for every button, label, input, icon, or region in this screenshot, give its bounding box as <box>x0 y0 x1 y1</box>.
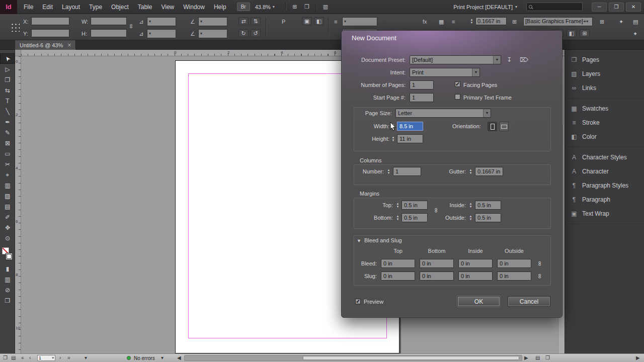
minimize-button[interactable]: ─ <box>592 3 607 12</box>
margin-top-stepper[interactable] <box>395 201 400 210</box>
h-input[interactable] <box>91 29 127 37</box>
object-style-dropdown[interactable]: [Basic Graphics Frame]+ <box>523 17 593 26</box>
primary-text-frame-checkbox[interactable] <box>455 94 460 100</box>
grid-options-icon[interactable]: ⊞ <box>600 19 604 25</box>
tool-apply-gradient[interactable]: ▥ <box>0 274 15 285</box>
margin-outside-stepper[interactable] <box>468 213 473 222</box>
stroke-color-chip[interactable] <box>6 253 13 260</box>
start-page-input[interactable]: 1 <box>410 93 434 102</box>
panel-item-pages[interactable]: ❐ Pages <box>565 53 644 67</box>
ok-button[interactable]: OK <box>457 296 500 307</box>
tool-free-transform[interactable]: ⌖ <box>0 169 15 180</box>
number-of-pages-input[interactable]: 1 <box>410 80 434 89</box>
tool-note[interactable]: ▤ <box>0 201 15 212</box>
height-stepper[interactable] <box>390 134 396 143</box>
panel-item-paragraph-styles[interactable]: ¶ Paragraph Styles <box>565 178 644 193</box>
workspace-switcher[interactable]: Print Project [DEFAULT] ▾ <box>453 4 517 10</box>
bleed-input[interactable]: 0 in <box>420 259 454 268</box>
scroll-left-button[interactable]: ◀ <box>177 355 181 360</box>
tool-pencil[interactable]: ✎ <box>0 127 15 138</box>
menu-item[interactable]: Help <box>209 0 231 14</box>
slug-link-icon[interactable]: ∞ <box>536 274 544 279</box>
menu-item[interactable]: Table <box>133 0 157 14</box>
scale-y-input[interactable] <box>147 29 176 38</box>
next-page-button[interactable]: › <box>59 355 61 360</box>
insert-grid-icon[interactable]: ⊞ <box>580 29 590 37</box>
scroll-right-button[interactable]: ▶ <box>524 355 528 360</box>
content-format-icon[interactable]: ◧ <box>567 29 577 37</box>
bleed-slug-collapse-icon[interactable]: ▼ <box>357 238 361 243</box>
bridge-button[interactable]: Br <box>237 3 250 11</box>
quick-apply-2-icon[interactable]: ✦ <box>633 31 637 37</box>
tool-apply-color[interactable]: ▮ <box>0 263 15 274</box>
slug-input[interactable]: 0 in <box>458 272 493 281</box>
page-number-field[interactable]: 1 <box>37 355 55 361</box>
ruler-origin-corner[interactable] <box>15 50 21 56</box>
arrange-documents-icon[interactable]: ▥ <box>320 4 331 10</box>
first-page-button[interactable]: « <box>21 355 24 360</box>
margins-link-icon[interactable]: ∞ <box>433 208 440 213</box>
tool-pen[interactable]: ✒ <box>0 117 15 127</box>
previous-page-button[interactable]: ‹ <box>29 355 31 360</box>
rotate-cw-icon[interactable]: ↻ <box>238 29 249 37</box>
menu-item[interactable]: Layout <box>57 0 85 14</box>
panel-item-swatches[interactable]: ▦ Swatches <box>565 102 644 116</box>
gutter-stepper[interactable] <box>468 167 473 176</box>
horizontal-scrollbar-thumb[interactable] <box>303 356 519 360</box>
tool-apply-none[interactable]: ⊘ <box>0 285 15 295</box>
panel-item-layers[interactable]: ▧ Layers <box>565 67 644 81</box>
stroke-weight-input[interactable]: 0.1667 in <box>475 17 507 25</box>
menu-item[interactable]: Window <box>179 0 209 14</box>
menu-item[interactable]: View <box>156 0 179 14</box>
facing-pages-checkbox[interactable] <box>455 81 460 87</box>
vertical-ruler[interactable]: 0246810 <box>15 56 21 353</box>
tool-eyedropper[interactable]: ✐ <box>0 212 15 222</box>
margin-inside-input[interactable]: 0.5 in <box>475 201 501 210</box>
delete-preset-icon[interactable]: ⌦ <box>520 56 528 63</box>
stroke-weight-stepper[interactable] <box>469 17 474 26</box>
slug-input[interactable]: 0 in <box>381 272 415 281</box>
tool-rectangle[interactable]: ▭ <box>0 148 15 159</box>
tool-gradient[interactable]: ▥ <box>0 180 15 191</box>
width-input[interactable]: 8.5 in <box>397 122 423 131</box>
tool-type[interactable]: T <box>0 96 15 106</box>
pages-icon[interactable]: ❐ <box>545 355 550 360</box>
slug-input[interactable]: 0 in <box>497 272 531 281</box>
preflight-panel-icon[interactable]: ❐ <box>3 355 8 360</box>
close-button[interactable]: ✕ <box>626 3 641 12</box>
tool-scissors[interactable]: ✂ <box>0 159 15 169</box>
shear-angle-input[interactable] <box>198 29 227 38</box>
chevron-down-icon[interactable]: ▾ <box>85 355 87 360</box>
page-size-dropdown[interactable]: Letter ▾ <box>395 109 491 118</box>
tool-direct-selection[interactable]: ▷ <box>0 64 15 74</box>
preflight-status-text[interactable]: No errors <box>134 355 155 361</box>
last-page-button[interactable]: » <box>67 355 70 360</box>
save-preset-icon[interactable]: ↧ <box>507 56 512 63</box>
panel-item-character[interactable]: A Character <box>565 164 644 178</box>
restore-button[interactable]: ❐ <box>609 3 624 12</box>
margin-outside-input[interactable]: 0.5 in <box>475 213 501 222</box>
columns-number-stepper[interactable] <box>386 167 391 176</box>
scroll-right-edge-button[interactable]: ▶ <box>636 355 640 360</box>
panel-item-text-wrap[interactable]: ▣ Text Wrap <box>565 207 644 221</box>
tool-page[interactable]: ❐ <box>0 74 15 85</box>
bleed-input[interactable]: 0 in <box>381 259 415 268</box>
frame-fitting-icon[interactable]: ⊞ <box>512 19 517 25</box>
slug-input[interactable]: 0 in <box>420 272 454 281</box>
screen-mode-icon[interactable]: ❒ <box>301 4 312 10</box>
orientation-portrait-button[interactable] <box>488 122 497 131</box>
close-icon[interactable]: × <box>67 41 71 50</box>
tool-hand[interactable]: ✥ <box>0 222 15 233</box>
menu-item[interactable]: Type <box>85 0 107 14</box>
height-input[interactable]: 11 in <box>397 134 423 143</box>
fill-stroke-controls[interactable] <box>0 246 15 263</box>
reference-point-proxy[interactable] <box>10 22 20 32</box>
menu-item[interactable]: Edit <box>38 0 57 14</box>
pages-view-icon[interactable]: ▤ <box>11 355 16 360</box>
intent-dropdown[interactable]: Print ▾ <box>410 68 480 77</box>
quick-apply-icon[interactable]: ✦ <box>619 19 623 25</box>
menu-item[interactable]: Object <box>107 0 133 14</box>
tool-line[interactable]: ╲ <box>0 106 15 117</box>
scale-x-input[interactable] <box>147 17 176 26</box>
tool-rectangle-frame[interactable]: ⊠ <box>0 138 15 148</box>
